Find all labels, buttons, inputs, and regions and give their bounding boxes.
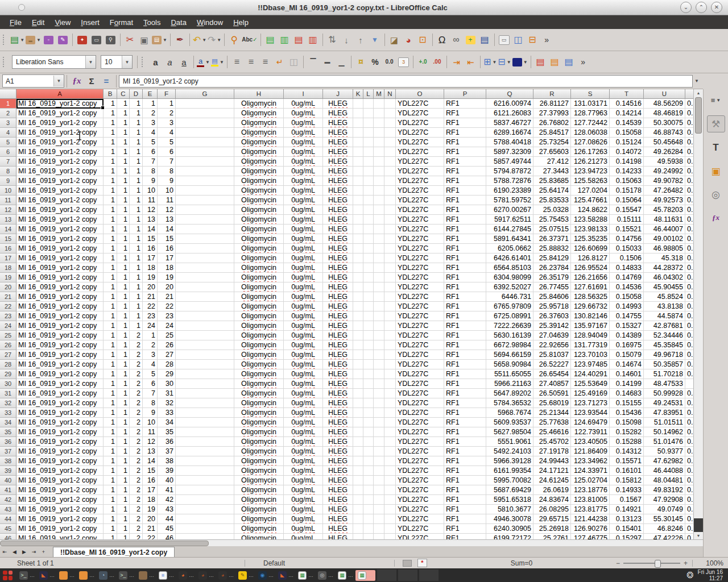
cell-A33[interactable]: MI 16_0919_yor1-2 copy [16,408,104,418]
cell-H7[interactable]: Oligomycin [234,157,284,167]
cell-C17[interactable]: 1 [117,253,130,263]
taskbar-empty-slot[interactable] [377,569,396,581]
cell-T27[interactable]: 0.15079 [610,350,644,360]
cell-M34[interactable] [374,418,384,427]
cell-E6[interactable]: 6 [143,147,158,157]
align-bottom-icon[interactable]: ▁ [334,55,349,69]
cell-N2[interactable] [384,109,396,118]
cell-D8[interactable]: 1 [130,167,143,176]
cell-O22[interactable]: YDL227C [396,302,444,311]
cell-F45[interactable]: 45 [158,524,176,534]
cell-S21[interactable]: 128.56325 [571,292,610,302]
cell-M29[interactable] [374,369,384,379]
cell-R42[interactable]: 24.83674 [533,495,571,505]
cell-T14[interactable]: 0.15521 [610,225,644,234]
cell-L39[interactable] [363,466,374,476]
cell-G17[interactable] [176,253,234,263]
cell-H6[interactable]: Oligomycin [234,147,284,157]
row-header-21[interactable]: 21 [0,292,16,302]
toolbar-overflow-icon[interactable]: » [540,32,554,47]
cell-A38[interactable]: MI 16_0919_yor1-2 copy [16,456,104,466]
cell-Q11[interactable]: 5781.59752 [486,196,533,205]
cell-P10[interactable]: RF1 [444,186,486,196]
cell-B34[interactable]: 1 [104,418,117,427]
cell-L26[interactable] [363,340,374,350]
cell-I11[interactable]: 0ug/mL [284,196,323,205]
cell-F37[interactable]: 37 [158,447,176,456]
cell-I37[interactable]: 0ug/mL [284,447,323,456]
cell-K30[interactable] [353,379,363,389]
cell-S46[interactable]: 127.46775 [571,534,610,539]
cell-B26[interactable]: 1 [104,340,117,350]
cell-S15[interactable]: 125.35235 [571,234,610,244]
cell-C22[interactable]: 1 [117,302,130,311]
cell-B39[interactable]: 1 [104,466,117,476]
cell-P17[interactable]: RF1 [444,253,486,263]
cell-T8[interactable]: 0.14233 [610,167,644,176]
cell-C27[interactable]: 1 [117,350,130,360]
cell-O15[interactable]: YDL227C [396,234,444,244]
hyperlink-icon[interactable]: ∞ [449,32,464,47]
cell-C26[interactable]: 1 [117,340,130,350]
cell-K17[interactable] [353,253,363,263]
cell-L7[interactable] [363,157,374,167]
cell-H16[interactable]: Oligomycin [234,244,284,253]
cell-U10[interactable]: 47.26482 [644,186,685,196]
row-header-24[interactable]: 24 [0,321,16,331]
cell-A45[interactable]: MI 16_0919_yor1-2 copy [16,524,104,534]
cell-O8[interactable]: YDL227C [396,167,444,176]
cell-K19[interactable] [353,273,363,282]
cell-Q17[interactable]: 6426.61401 [486,253,533,263]
cell-A35[interactable]: MI 16_0919_yor1-2 copy [16,427,104,437]
row-header-42[interactable]: 42 [0,495,16,505]
cell-I16[interactable]: 0ug/mL [284,244,323,253]
cell-A5[interactable]: MI 16_0919_yor1-2 copy [16,138,104,147]
cell-M40[interactable] [374,476,384,485]
cell-E37[interactable]: 13 [143,447,158,456]
cell-S30[interactable]: 125.53649 [571,379,610,389]
cell-R20[interactable]: 26.77455 [533,282,571,292]
cell-H32[interactable]: Oligomycin [234,398,284,408]
app-launcher-icon[interactable] [3,571,13,580]
column-header-I[interactable]: I [284,89,323,99]
borders-icon[interactable]: ⊞▼ [483,55,497,69]
cell-N29[interactable] [384,369,396,379]
cell-R34[interactable]: 25.77638 [533,418,571,427]
currency-format-icon[interactable]: ¤ [354,55,368,69]
cell-G36[interactable] [176,437,234,447]
cell-H5[interactable]: Oligomycin [234,138,284,147]
cell-J43[interactable]: HLEG [323,505,353,514]
cell-E24[interactable]: 24 [143,321,158,331]
cell-M8[interactable] [374,167,384,176]
cell-V44[interactable]: 0. [685,514,693,524]
cell-M4[interactable] [374,128,384,138]
cell-O40[interactable]: YDL227C [396,476,444,485]
cell-O38[interactable]: YDL227C [396,456,444,466]
menu-view[interactable]: View [49,16,76,28]
taskbar-firefox-3[interactable]: ◕… [216,570,236,581]
cell-B36[interactable]: 1 [104,437,117,447]
cell-Q27[interactable]: 5694.66159 [486,350,533,360]
bold-icon[interactable]: a [148,55,163,69]
cell-K24[interactable] [353,321,363,331]
cell-K26[interactable] [353,340,363,350]
cell-C6[interactable]: 1 [117,147,130,157]
cell-T13[interactable]: 0.15111 [610,215,644,225]
row-header-19[interactable]: 19 [0,273,16,282]
vertical-scrollbar-thumb[interactable] [695,97,702,134]
cell-J45[interactable]: HLEG [323,524,353,534]
cell-O25[interactable]: YDL227C [396,331,444,340]
cell-M42[interactable] [374,495,384,505]
cell-L19[interactable] [363,273,374,282]
cell-G21[interactable] [176,292,234,302]
cell-C20[interactable]: 1 [117,282,130,292]
name-box[interactable]: A1 ▼ [2,74,64,88]
column-header-E[interactable]: E [143,89,158,99]
cell-F35[interactable]: 35 [158,427,176,437]
cell-D29[interactable]: 2 [130,369,143,379]
cell-G44[interactable] [176,514,234,524]
special-character-icon[interactable]: Ω [435,32,449,47]
cell-I22[interactable]: 0ug/mL [284,302,323,311]
cell-G3[interactable] [176,118,234,128]
cell-C34[interactable]: 1 [117,418,130,427]
